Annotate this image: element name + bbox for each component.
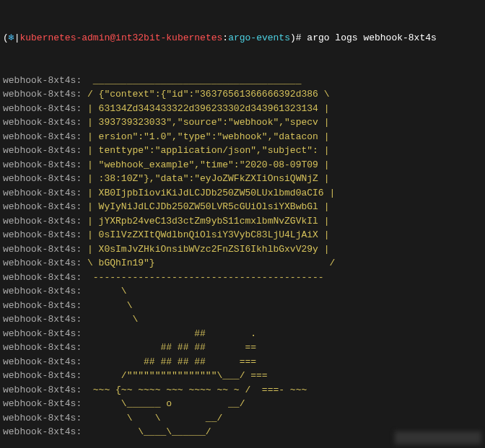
log-content: | jYXRpb24veC13d3ctZm9ybS11cmxlbmNvZGVkI… — [82, 214, 335, 229]
log-content: | 63134Zd343433322d396233302d34396132313… — [82, 102, 335, 116]
log-line: webhook-8xt4s: \ — [3, 312, 482, 327]
log-content: \ \ __/ — [82, 411, 307, 426]
log-line: webhook-8xt4s: ## ## ## == — [3, 341, 482, 355]
prompt-line-1: ( ❄ | kubernetes-admin@int32bit-kubernet… — [3, 31, 482, 45]
log-line: webhook-8xt4s: \ bGQhIn19"} / — [3, 256, 482, 271]
log-content: _____________________________________ — [82, 74, 318, 88]
log-content: ~~~ {~~ ~~~~ ~~~ ~~~~ ~~ ~ / ===- ~~~ — [82, 383, 307, 398]
log-content: / {"context":{"id":"36376561366666392d38… — [82, 87, 335, 102]
log-line: webhook-8xt4s: | :38:10Z"},"data":"eyJoZ… — [3, 172, 482, 186]
log-content: | 0sIlVzZXItQWdlbnQiOlsiY3VybC83LjU4LjAi… — [82, 228, 335, 242]
log-content: | ersion":"1.0","type":"webhook","dataco… — [82, 130, 335, 144]
log-line: webhook-8xt4s: \ \ __/ — [3, 411, 482, 426]
log-prefix: webhook-8xt4s: — [3, 312, 82, 327]
log-content: | X0sImJvZHkiOnsibWVzc2FnZSI6IkhlbGxvV29… — [82, 242, 335, 257]
open-paren: ( — [3, 31, 9, 45]
log-prefix: webhook-8xt4s: — [3, 355, 82, 369]
log-prefix: webhook-8xt4s: — [3, 102, 82, 116]
log-line: webhook-8xt4s: | tenttype":"application/… — [3, 144, 482, 158]
log-content: ## . — [82, 327, 307, 341]
prompt-close: )# — [290, 31, 302, 45]
log-line: webhook-8xt4s: | XB0IjpbIioviKiJdLCJDb25… — [3, 186, 482, 201]
log-prefix: webhook-8xt4s: — [3, 271, 82, 285]
log-prefix: webhook-8xt4s: — [3, 256, 82, 271]
log-prefix: webhook-8xt4s: — [3, 299, 82, 313]
log-line: webhook-8xt4s: | ersion":"1.0","type":"w… — [3, 130, 482, 144]
log-content: | WyIyNiJdLCJDb250ZW50LVR5cGUiOlsiYXBwbG… — [82, 200, 335, 214]
log-content: | 393739323033","source":"webhook","spec… — [82, 115, 335, 130]
log-prefix: webhook-8xt4s: — [3, 341, 82, 355]
prompt-namespace: argo-events — [228, 31, 290, 45]
log-line: webhook-8xt4s: _________________________… — [3, 74, 482, 88]
blurred-region — [395, 431, 481, 444]
log-line: webhook-8xt4s: /""""""""""""""""\___/ ==… — [3, 369, 482, 383]
log-prefix: webhook-8xt4s: — [3, 369, 82, 383]
log-prefix: webhook-8xt4s: — [3, 397, 82, 411]
log-prefix: webhook-8xt4s: — [3, 74, 82, 88]
log-content: | :38:10Z"},"data":"eyJoZWFkZXIiOnsiQWNj… — [82, 172, 335, 186]
log-prefix: webhook-8xt4s: — [3, 383, 82, 398]
prompt-separator: | — [14, 31, 20, 45]
log-line: webhook-8xt4s: \ — [3, 284, 482, 299]
log-content: ## ## ## == — [82, 341, 307, 355]
log-prefix: webhook-8xt4s: — [3, 172, 82, 186]
log-prefix: webhook-8xt4s: — [3, 186, 82, 201]
command-text: argo logs webhook-8xt4s — [302, 31, 437, 45]
snowflake-icon: ❄ — [9, 31, 14, 45]
log-prefix: webhook-8xt4s: — [3, 200, 82, 214]
log-output: webhook-8xt4s: _________________________… — [3, 74, 482, 439]
log-line: webhook-8xt4s: / {"context":{"id":"36376… — [3, 87, 482, 102]
log-prefix: webhook-8xt4s: — [3, 425, 82, 439]
log-content: | "webhook_example","time":"2020-08-09T0… — [82, 158, 335, 172]
log-line: webhook-8xt4s: | 393739323033","source":… — [3, 115, 482, 130]
log-line: webhook-8xt4s: | WyIyNiJdLCJDb250ZW50LVR… — [3, 200, 482, 214]
log-prefix: webhook-8xt4s: — [3, 87, 82, 102]
log-line: webhook-8xt4s: | 63134Zd343433322d396233… — [3, 102, 482, 116]
log-line: webhook-8xt4s: \ — [3, 299, 482, 313]
log-prefix: webhook-8xt4s: — [3, 130, 82, 144]
log-line: webhook-8xt4s: \______ o __/ — [3, 397, 482, 411]
log-prefix: webhook-8xt4s: — [3, 115, 82, 130]
log-content: \____\______/ — [82, 425, 307, 439]
log-prefix: webhook-8xt4s: — [3, 228, 82, 242]
prompt-user-host: kubernetes-admin@int32bit-kubernetes — [19, 31, 222, 45]
log-content: | XB0IjpbIioviKiJdLCJDb250ZW50LUxlbmd0aC… — [82, 186, 341, 201]
log-prefix: webhook-8xt4s: — [3, 411, 82, 426]
log-line: webhook-8xt4s: ## ## ## ## === — [3, 355, 482, 369]
log-content: \ — [82, 312, 138, 327]
log-line: webhook-8xt4s: | jYXRpb24veC13d3ctZm9ybS… — [3, 214, 482, 229]
log-content: \ — [82, 299, 132, 313]
log-prefix: webhook-8xt4s: — [3, 242, 82, 257]
log-content: | tenttype":"application/json","subject"… — [82, 144, 335, 158]
log-line: webhook-8xt4s: | X0sImJvZHkiOnsibWVzc2Fn… — [3, 242, 482, 257]
log-line: webhook-8xt4s: | 0sIlVzZXItQWdlbnQiOlsiY… — [3, 228, 482, 242]
log-prefix: webhook-8xt4s: — [3, 327, 82, 341]
log-line: webhook-8xt4s: | "webhook_example","time… — [3, 158, 482, 172]
log-prefix: webhook-8xt4s: — [3, 144, 82, 158]
log-prefix: webhook-8xt4s: — [3, 158, 82, 172]
log-line: webhook-8xt4s: ## . — [3, 327, 482, 341]
log-content: ----------------------------------------… — [82, 271, 335, 285]
log-content: ## ## ## ## === — [82, 355, 307, 369]
log-content: \ — [82, 284, 126, 299]
prompt-colon: : — [222, 31, 228, 45]
terminal-output: ( ❄ | kubernetes-admin@int32bit-kubernet… — [3, 3, 482, 448]
log-content: /""""""""""""""""\___/ === — [82, 369, 307, 383]
log-line: webhook-8xt4s: -------------------------… — [3, 271, 482, 285]
log-line: webhook-8xt4s: ~~~ {~~ ~~~~ ~~~ ~~~~ ~~ … — [3, 383, 482, 398]
log-prefix: webhook-8xt4s: — [3, 284, 82, 299]
log-prefix: webhook-8xt4s: — [3, 214, 82, 229]
log-content: \ bGQhIn19"} / — [82, 256, 341, 271]
log-content: \______ o __/ — [82, 397, 307, 411]
